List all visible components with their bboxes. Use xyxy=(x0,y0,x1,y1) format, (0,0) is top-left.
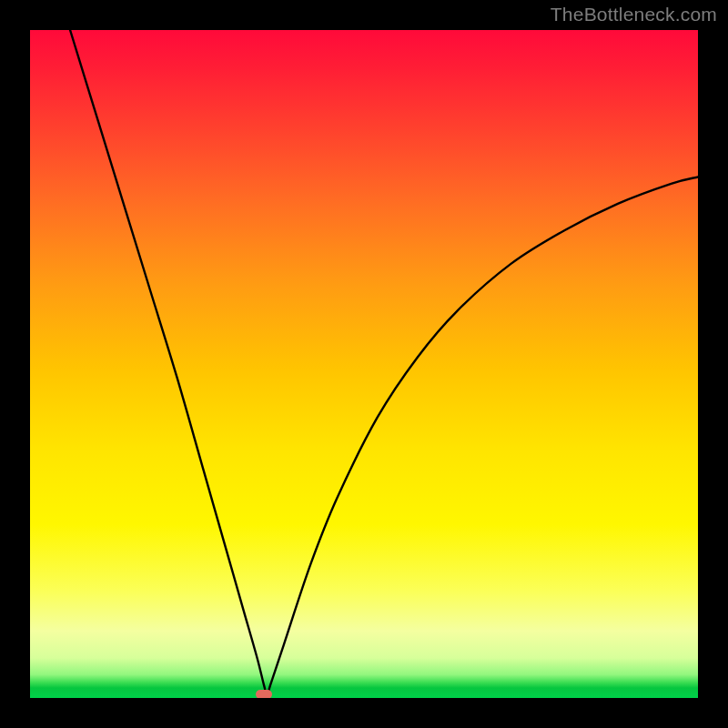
chart-frame: TheBottleneck.com xyxy=(0,0,728,728)
curve-path xyxy=(70,30,698,694)
watermark-text: TheBottleneck.com xyxy=(551,4,717,25)
optimum-marker xyxy=(256,690,272,698)
plot-area xyxy=(30,30,698,698)
bottleneck-curve xyxy=(30,30,698,698)
